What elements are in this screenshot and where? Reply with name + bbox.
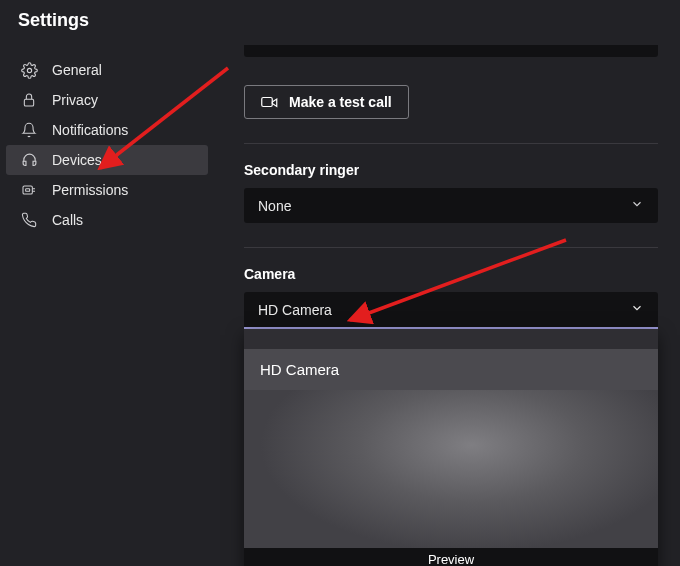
phone-icon bbox=[20, 211, 38, 229]
preview-label: Preview bbox=[244, 548, 658, 566]
sidebar-item-label: General bbox=[52, 62, 102, 78]
sidebar-item-general[interactable]: General bbox=[6, 55, 208, 85]
svg-rect-3 bbox=[26, 189, 30, 192]
chevron-down-icon bbox=[630, 197, 644, 214]
video-call-icon bbox=[261, 95, 279, 109]
sidebar-item-devices[interactable]: Devices bbox=[6, 145, 208, 175]
camera-label: Camera bbox=[244, 266, 658, 282]
sidebar: General Privacy Notifications Devices bbox=[0, 45, 208, 566]
camera-dropdown: HD Camera Preview bbox=[244, 329, 658, 566]
sidebar-item-notifications[interactable]: Notifications bbox=[6, 115, 208, 145]
lock-icon bbox=[20, 91, 38, 109]
sidebar-item-label: Devices bbox=[52, 152, 102, 168]
bell-icon bbox=[20, 121, 38, 139]
sidebar-item-calls[interactable]: Calls bbox=[6, 205, 208, 235]
prior-select-bottom[interactable] bbox=[244, 45, 658, 57]
svg-rect-1 bbox=[24, 99, 33, 106]
secondary-ringer-label: Secondary ringer bbox=[244, 162, 658, 178]
main-panel: Make a test call Secondary ringer None C… bbox=[208, 45, 680, 566]
svg-point-0 bbox=[27, 68, 31, 72]
divider bbox=[244, 143, 658, 144]
sidebar-item-permissions[interactable]: Permissions bbox=[6, 175, 208, 205]
camera-select[interactable]: HD Camera bbox=[244, 292, 658, 329]
camera-preview bbox=[244, 390, 658, 548]
key-icon bbox=[20, 181, 38, 199]
button-label: Make a test call bbox=[289, 94, 392, 110]
divider bbox=[244, 247, 658, 248]
sidebar-item-label: Notifications bbox=[52, 122, 128, 138]
camera-option[interactable]: HD Camera bbox=[244, 349, 658, 390]
make-test-call-button[interactable]: Make a test call bbox=[244, 85, 409, 119]
secondary-ringer-select[interactable]: None bbox=[244, 188, 658, 223]
sidebar-item-label: Calls bbox=[52, 212, 83, 228]
page-title: Settings bbox=[0, 0, 680, 45]
chevron-down-icon bbox=[630, 301, 644, 318]
sidebar-item-label: Privacy bbox=[52, 92, 98, 108]
headset-icon bbox=[20, 151, 38, 169]
select-value: None bbox=[258, 198, 291, 214]
sidebar-item-privacy[interactable]: Privacy bbox=[6, 85, 208, 115]
select-value: HD Camera bbox=[258, 302, 332, 318]
svg-rect-2 bbox=[23, 186, 32, 194]
svg-rect-4 bbox=[262, 98, 273, 107]
sidebar-item-label: Permissions bbox=[52, 182, 128, 198]
gear-icon bbox=[20, 61, 38, 79]
